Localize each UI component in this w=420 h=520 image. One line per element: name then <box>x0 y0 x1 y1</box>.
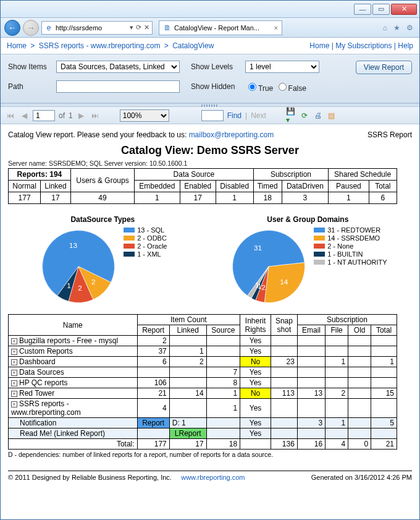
page-current-input[interactable] <box>33 110 55 121</box>
show-hidden-label: Show Hidden <box>191 82 240 91</box>
legend-item: 14 - SSRSDEMO <box>314 234 387 242</box>
print-icon[interactable]: 🖨 <box>313 111 323 121</box>
prev-page-icon[interactable]: ◀ <box>19 111 29 121</box>
breadcrumb-folder[interactable]: SSRS reports - www.rbreporting.com <box>39 41 161 50</box>
first-page-icon[interactable]: ⏮ <box>6 111 15 121</box>
dropdown-icon[interactable]: ▾ <box>130 23 133 32</box>
tab-title: CatalogView - Report Man... <box>174 24 259 32</box>
table-row: +HP QC reports1068Yes <box>9 378 397 388</box>
breadcrumb-right: Home | My Subscriptions | Help <box>309 41 413 50</box>
link-home[interactable]: Home <box>309 41 329 50</box>
table-row: +SSRS reports - www.rbreporting.com41Yes <box>9 399 397 418</box>
expand-icon[interactable]: + <box>11 380 17 386</box>
feedback-email-link[interactable]: mailbox@rbreporting.com <box>189 130 274 139</box>
show-levels-label: Show Levels <box>191 62 240 71</box>
url-text: http://ssrsdemo <box>56 24 102 32</box>
page-icon: 🗎 <box>163 23 172 32</box>
last-page-icon[interactable]: ⏭ <box>90 111 100 121</box>
generated-timestamp: Generated on 3/16/2012 4:26 PM <box>311 474 412 481</box>
legend-item: 13 - SQL <box>124 226 167 234</box>
show-items-select[interactable]: Data Sources, Datasets, Linked <box>56 61 180 73</box>
zoom-select[interactable]: 100% <box>120 109 169 122</box>
schedule-header: Shared Schedule <box>329 169 397 181</box>
table-row: +Custom Reports371Yes <box>9 346 397 357</box>
subscription-header: Subscription <box>253 169 329 181</box>
parameters-panel: Show Items Data Sources, Datasets, Linke… <box>1 54 419 103</box>
feedback-text: Catalog View report. Please send your fe… <box>8 130 274 139</box>
find-input[interactable] <box>201 110 224 121</box>
path-input[interactable] <box>56 80 180 93</box>
table-row: +Bugzilla reports - Free - mysql2Yes <box>9 336 397 346</box>
stop-icon[interactable]: ✕ <box>144 23 149 32</box>
svg-text:2: 2 <box>78 284 82 292</box>
total-row: Total: 177 17 18 136 16 4 0 21 <box>9 439 397 450</box>
window-titlebar: — ▭ ✕ <box>1 1 419 18</box>
report-footer: © 2011 Designed by Reliable Business Rep… <box>8 471 412 481</box>
home-icon[interactable]: ⌂ <box>383 23 387 32</box>
legend-item: 31 - REDTOWER <box>314 226 387 234</box>
breadcrumb-home[interactable]: Home <box>7 41 27 50</box>
users-groups-header: Users & Groups <box>70 169 134 192</box>
atom-feed-icon[interactable]: ▤ <box>327 111 337 121</box>
legend-2: 31 - REDTOWER14 - SSRSDEMO2 - None1 - BU… <box>314 226 387 266</box>
splitter-handle[interactable] <box>1 103 419 107</box>
footer-link[interactable]: www.rbreporting.com <box>181 474 245 481</box>
legend-item: 1 - BUILTIN <box>314 250 387 258</box>
next-link[interactable]: Next <box>251 111 266 120</box>
table-row: +Dashboard62No2311 <box>9 357 397 367</box>
show-hidden-radios: True False <box>245 81 338 93</box>
svg-text:1: 1 <box>255 281 259 289</box>
reports-header: Reports: 194 <box>9 169 71 181</box>
nav-forward-button[interactable]: → <box>23 20 39 36</box>
link-help[interactable]: Help <box>398 41 413 50</box>
of-label: of <box>59 111 65 120</box>
window-close-button[interactable]: ✕ <box>391 4 417 15</box>
legend-item: 2 - Oracle <box>124 242 167 250</box>
expand-icon[interactable]: + <box>11 359 17 365</box>
radio-false[interactable] <box>279 83 287 91</box>
view-report-button[interactable]: View Report <box>356 61 412 74</box>
charts-row: DataSource Types 13221 13 - SQL2 - ODBC2… <box>8 215 412 307</box>
expand-icon[interactable]: + <box>11 391 17 397</box>
ie-logo-icon: e <box>44 23 53 32</box>
footnote: D - dependencies: number of linked repor… <box>8 451 412 458</box>
address-bar[interactable]: e http://ssrsdemo ▾ ⟳ ✕ <box>41 21 153 35</box>
radio-true[interactable] <box>248 83 256 91</box>
favorites-icon[interactable]: ★ <box>393 23 400 32</box>
browser-right-icons: ⌂ ★ ⚙ <box>383 23 416 32</box>
refresh-icon[interactable]: ⟳ <box>136 23 141 32</box>
find-link[interactable]: Find <box>227 111 242 120</box>
nav-back-button[interactable]: ← <box>4 20 20 36</box>
expand-icon[interactable]: + <box>11 370 17 376</box>
breadcrumb-left: Home > SSRS reports - www.rbreporting.co… <box>7 41 214 50</box>
legend-item: 2 - ODBC <box>124 234 167 242</box>
report-title: Catalog View: Demo SSRS Server <box>8 144 412 157</box>
path-label: Path <box>8 82 51 91</box>
browser-toolbar: ← → e http://ssrsdemo ▾ ⟳ ✕ 🗎 CatalogVie… <box>1 18 419 38</box>
svg-text:2: 2 <box>261 283 266 291</box>
expand-icon[interactable]: + <box>11 338 17 344</box>
show-levels-select[interactable]: 1 level <box>245 61 319 73</box>
breadcrumb: Home > SSRS reports - www.rbreporting.co… <box>1 38 419 54</box>
server-info: Server name: SSRSDEMO; SQL Server versio… <box>8 160 412 167</box>
table-row: Notification Report D: 1 Yes 3 1 5 <box>9 418 397 428</box>
svg-text:13: 13 <box>69 241 77 249</box>
breadcrumb-current[interactable]: CatalogView <box>172 41 214 50</box>
svg-text:31: 31 <box>254 244 262 252</box>
svg-text:14: 14 <box>280 278 288 286</box>
link-subscriptions[interactable]: My Subscriptions <box>335 41 392 50</box>
table-row: Read Me! (Linked Report) LReport Yes <box>9 428 397 439</box>
tab-close-icon[interactable]: × <box>274 24 278 32</box>
browser-tab[interactable]: 🗎 CatalogView - Report Man... × <box>159 20 282 35</box>
refresh-report-icon[interactable]: ⟳ <box>300 111 309 121</box>
legend-item: 2 - None <box>314 242 387 250</box>
next-page-icon[interactable]: ▶ <box>77 111 86 121</box>
window-maximize-button[interactable]: ▭ <box>372 4 390 15</box>
report-viewer-toolbar: ⏮ ◀ of 1 ▶ ⏭ 100% Find | Next 💾▾ ⟳ 🖨 ▤ <box>1 107 419 124</box>
expand-icon[interactable]: + <box>11 401 17 407</box>
export-icon[interactable]: 💾▾ <box>286 111 296 121</box>
tools-gear-icon[interactable]: ⚙ <box>406 23 413 32</box>
window-minimize-button[interactable]: — <box>354 4 371 15</box>
svg-text:2: 2 <box>91 278 96 286</box>
expand-icon[interactable]: + <box>11 349 17 355</box>
